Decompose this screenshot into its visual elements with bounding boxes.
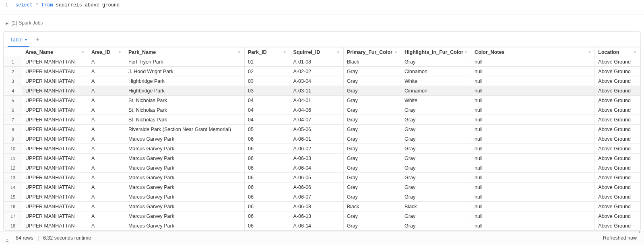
table-cell[interactable]: Gray: [343, 86, 401, 96]
table-cell[interactable]: Above Ground: [595, 221, 640, 231]
table-cell[interactable]: UPPER MANHATTAN: [22, 67, 88, 76]
table-cell[interactable]: Black: [343, 202, 401, 211]
table-cell[interactable]: A: [88, 202, 125, 211]
table-cell[interactable]: 06: [244, 173, 290, 182]
rownum-cell[interactable]: 3: [4, 76, 22, 86]
table-cell[interactable]: A-03-11: [290, 86, 343, 96]
table-cell[interactable]: 06: [244, 202, 290, 211]
table-cell[interactable]: UPPER MANHATTAN: [22, 86, 88, 96]
table-row[interactable]: 16UPPER MANHATTANAMarcus Garvey Park06A-…: [4, 202, 640, 211]
table-cell[interactable]: Above Ground: [595, 173, 640, 182]
table-cell[interactable]: Marcus Garvey Park: [125, 163, 245, 173]
table-cell[interactable]: Gray: [401, 211, 471, 221]
table-cell[interactable]: null: [471, 86, 595, 96]
table-cell[interactable]: A-06-03: [290, 154, 343, 163]
table-cell[interactable]: 04: [244, 105, 290, 115]
table-cell[interactable]: 06: [244, 182, 290, 192]
sort-icon[interactable]: ▲: [394, 49, 398, 53]
table-cell[interactable]: Gray: [401, 173, 471, 182]
table-cell[interactable]: UPPER MANHATTAN: [22, 125, 88, 134]
table-cell[interactable]: Gray: [401, 154, 471, 163]
sort-icon[interactable]: ▲: [237, 49, 241, 53]
table-row[interactable]: 5UPPER MANHATTANASt. Nicholas Park04A-04…: [4, 96, 640, 105]
rownum-cell[interactable]: 18: [4, 221, 22, 231]
table-cell[interactable]: A-04-01: [290, 96, 343, 105]
table-cell[interactable]: A-02-02: [290, 67, 343, 76]
table-cell[interactable]: Gray: [343, 154, 401, 163]
table-cell[interactable]: A: [88, 125, 125, 134]
spark-jobs-toggle[interactable]: ▶ (2) Spark Jobs: [0, 14, 644, 31]
table-cell[interactable]: UPPER MANHATTAN: [22, 105, 88, 115]
rownum-cell[interactable]: 9: [4, 134, 22, 144]
table-cell[interactable]: A-06-05: [290, 173, 343, 182]
table-cell[interactable]: Marcus Garvey Park: [125, 192, 245, 202]
table-cell[interactable]: Gray: [343, 173, 401, 182]
table-cell[interactable]: Above Ground: [595, 96, 640, 105]
table-cell[interactable]: J. Hood Wright Park: [125, 67, 245, 76]
col-header[interactable]: Park_Name▲: [125, 47, 245, 57]
table-cell[interactable]: UPPER MANHATTAN: [22, 96, 88, 105]
table-cell[interactable]: Gray: [401, 192, 471, 202]
table-row[interactable]: 2UPPER MANHATTANAJ. Hood Wright Park02A-…: [4, 67, 640, 76]
sort-icon[interactable]: ▲: [633, 49, 637, 53]
table-cell[interactable]: Gray: [343, 105, 401, 115]
table-cell[interactable]: UPPER MANHATTAN: [22, 115, 88, 125]
table-cell[interactable]: null: [471, 202, 595, 211]
table-cell[interactable]: UPPER MANHATTAN: [22, 57, 88, 67]
table-cell[interactable]: Riverside Park (Section Near Grant Memor…: [125, 125, 245, 134]
table-cell[interactable]: null: [471, 57, 595, 67]
table-cell[interactable]: null: [471, 154, 595, 163]
table-cell[interactable]: Gray: [343, 144, 401, 154]
col-header[interactable]: Area_ID▲: [88, 47, 125, 57]
rownum-cell[interactable]: 15: [4, 192, 22, 202]
table-cell[interactable]: Gray: [401, 182, 471, 192]
table-cell[interactable]: Above Ground: [595, 144, 640, 154]
table-cell[interactable]: null: [471, 76, 595, 86]
table-row[interactable]: 4UPPER MANHATTANAHighbridge Park03A-03-1…: [4, 86, 640, 96]
rownum-cell[interactable]: 16: [4, 202, 22, 211]
table-cell[interactable]: A-03-04: [290, 76, 343, 86]
table-cell[interactable]: 04: [244, 115, 290, 125]
table-cell[interactable]: null: [471, 144, 595, 154]
col-header[interactable]: Highlights_in_Fur_Color▲: [401, 47, 471, 57]
table-cell[interactable]: A-06-06: [290, 182, 343, 192]
table-row[interactable]: 12UPPER MANHATTANAMarcus Garvey Park06A-…: [4, 163, 640, 173]
table-cell[interactable]: null: [471, 134, 595, 144]
table-cell[interactable]: Gray: [343, 96, 401, 105]
table-cell[interactable]: A: [88, 154, 125, 163]
sort-icon[interactable]: ▲: [464, 49, 468, 53]
table-cell[interactable]: UPPER MANHATTAN: [22, 182, 88, 192]
table-cell[interactable]: Gray: [401, 221, 471, 231]
table-cell[interactable]: 03: [244, 86, 290, 96]
table-cell[interactable]: A: [88, 76, 125, 86]
table-cell[interactable]: Marcus Garvey Park: [125, 211, 245, 221]
table-cell[interactable]: UPPER MANHATTAN: [22, 173, 88, 182]
table-cell[interactable]: Marcus Garvey Park: [125, 144, 245, 154]
table-cell[interactable]: White: [401, 76, 471, 86]
table-cell[interactable]: Cinnamon: [401, 67, 471, 76]
table-cell[interactable]: Above Ground: [595, 202, 640, 211]
table-cell[interactable]: A: [88, 67, 125, 76]
table-cell[interactable]: Marcus Garvey Park: [125, 182, 245, 192]
table-row[interactable]: 10UPPER MANHATTANAMarcus Garvey Park06A-…: [4, 144, 640, 154]
rownum-cell[interactable]: 17: [4, 211, 22, 221]
table-cell[interactable]: St. Nicholas Park: [125, 115, 245, 125]
table-row[interactable]: 8UPPER MANHATTANARiverside Park (Section…: [4, 125, 640, 134]
table-cell[interactable]: Gray: [343, 182, 401, 192]
table-cell[interactable]: A-01-08: [290, 57, 343, 67]
table-cell[interactable]: St. Nicholas Park: [125, 105, 245, 115]
table-cell[interactable]: Highbridge Park: [125, 86, 245, 96]
col-header[interactable]: Color_Notes▲: [471, 47, 595, 57]
rownum-cell[interactable]: 4: [4, 86, 22, 96]
table-cell[interactable]: 06: [244, 221, 290, 231]
table-cell[interactable]: null: [471, 163, 595, 173]
table-cell[interactable]: A: [88, 144, 125, 154]
table-cell[interactable]: A: [88, 182, 125, 192]
code-line[interactable]: 1 select * from squirrels_above_ground: [3, 2, 641, 9]
table-cell[interactable]: Gray: [343, 67, 401, 76]
table-cell[interactable]: Gray: [401, 134, 471, 144]
table-cell[interactable]: Marcus Garvey Park: [125, 173, 245, 182]
table-cell[interactable]: Marcus Garvey Park: [125, 134, 245, 144]
table-cell[interactable]: Fort Tryon Park: [125, 57, 245, 67]
table-cell[interactable]: A: [88, 192, 125, 202]
